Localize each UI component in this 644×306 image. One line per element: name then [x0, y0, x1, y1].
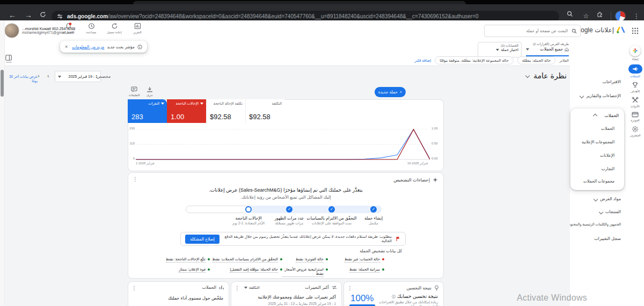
create-button[interactable]: إنشاء — [626, 45, 644, 61]
chevron-down-icon — [580, 93, 584, 98]
campaigns-submenu: الحملات الحملات المجموعات الإعلانية الإع… — [570, 108, 624, 190]
bookmark-star-icon[interactable]: ☆ — [581, 11, 591, 21]
rail-tools[interactable]: الأدوات — [626, 97, 644, 108]
card-menu-icon[interactable]: ⋮ — [235, 285, 240, 291]
page-scrollbar[interactable] — [0, 20, 5, 306]
rail-billing[interactable]: الفوترة — [626, 112, 644, 122]
site-settings-icon[interactable] — [57, 13, 63, 19]
navigation-rail: إنشاء الحملات الأهداف الأدوات — [626, 42, 644, 306]
chart-actions: التعليقات تنزيل — [129, 86, 153, 97]
adgroup-status-chip[interactable]: حالة المجموعة الإعلانية: مفعّلة، متوقفة … — [435, 56, 513, 64]
scorecard-clicks[interactable]: النقرات 283 — [128, 99, 167, 123]
diag-billing-status[interactable]: حالة الفوترة: نشط — [282, 257, 328, 263]
x-axis-label-end: 19 فبراير 2025 — [407, 161, 428, 165]
nav-assets[interactable]: مواد العرض — [594, 196, 621, 201]
scorecard-cost-per-conversion[interactable]: تكلفة الإحالة الناجحة $92.58 — [206, 99, 245, 123]
card-menu-icon[interactable]: ⋮ — [131, 285, 137, 291]
diag-account-status[interactable]: حالة الحساب: غير نشط — [328, 257, 384, 263]
report-button[interactable]: التقرير — [129, 23, 145, 34]
rail-admin[interactable]: المشرف — [626, 126, 644, 137]
zoom-icon[interactable] — [567, 11, 577, 21]
tools-icon — [632, 97, 639, 104]
diag-ad-strength[interactable]: قوة الإعلان: ممتاز — [159, 267, 210, 277]
diag-campaign-status[interactable]: حالة الحملة: مؤهّلة (قيد التفعيل) — [210, 267, 282, 277]
rail-campaigns[interactable]: الحملات — [626, 64, 644, 78]
diag-conversion-tracking[interactable]: تتبُّع الإحالات الناجحة: نشط — [159, 257, 210, 263]
refresh-button[interactable]: إعادة تحميل — [106, 23, 122, 34]
comments-button[interactable]: التعليقات — [129, 86, 140, 97]
date-next-arrow[interactable]: › — [47, 72, 49, 79]
lightbulb-icon — [434, 285, 439, 291]
campaign-status-chip[interactable]: حالة الحملة: مفعّلة — [517, 56, 556, 64]
add-filter-link[interactable]: إضافة فلتر — [415, 59, 431, 63]
right-axis-tick: 1.00 — [431, 127, 438, 130]
card-menu-icon[interactable]: ⋮ — [347, 285, 353, 291]
nav-recommendations[interactable]: الاقتراحات — [602, 79, 621, 84]
step-check-icon: ✓ — [286, 206, 292, 213]
page-title[interactable]: نظرة عامة — [526, 71, 567, 80]
browser-profile-avatar[interactable] — [615, 11, 626, 21]
apps-grid-icon[interactable] — [632, 27, 639, 34]
side-panel-toggle[interactable] — [5, 55, 12, 63]
accounts-dropdown[interactable]: الحسابات (2) اختيار حملة — [478, 42, 522, 57]
card-menu-icon[interactable]: ⋮ — [133, 176, 138, 182]
screen: ← → ads.google.com/aw/overview?ocid=2483… — [0, 0, 644, 306]
performance-chart-card: ⋮ النقرات 283 الإحالات الناجحة 1.00 تكلف… — [128, 99, 444, 171]
timeseries-svg — [136, 129, 430, 160]
tooltip-close-icon[interactable]: × — [65, 44, 68, 49]
forward-icon[interactable]: → — [25, 11, 32, 19]
date-prev-arrow[interactable]: ‹ — [38, 72, 40, 79]
extensions-icon[interactable] — [597, 11, 608, 21]
step-check-icon: ✓ — [328, 206, 335, 213]
global-search[interactable] — [484, 25, 581, 37]
optimization-score-value: 100% — [350, 293, 374, 304]
notifications-button[interactable]: الإشعارات — [60, 23, 76, 34]
changes-metric-dropdown[interactable]: التكلفة — [244, 286, 260, 290]
scrollbar-thumb[interactable] — [1, 70, 4, 97]
rail-goals[interactable]: الأهداف — [626, 82, 644, 93]
left-axis-tick: 230 — [129, 127, 135, 130]
scorecard-cost[interactable]: التكلفة $92.58 — [245, 99, 284, 123]
diag-campaign-budget[interactable]: ميزانية الحملة: نشط — [328, 267, 384, 277]
back-icon[interactable]: ← — [9, 11, 16, 19]
info-icon — [137, 45, 142, 49]
submenu-ads[interactable]: الإعلانات — [600, 153, 614, 158]
last-30-days-link[interactable]: عرض بيانات آخر 30 يومًا — [5, 75, 38, 83]
sparkle-icon — [433, 177, 438, 183]
view-mode-dropdown[interactable]: طريقة العرض (القرارات 2) جميع الحملات — [526, 42, 569, 56]
info-icon — [392, 295, 396, 298]
optimization-heading: نتيجة تحسين حسابك — [392, 294, 438, 299]
reload-icon[interactable] — [40, 11, 46, 18]
download-button[interactable]: تنزيل — [147, 86, 153, 97]
search-input[interactable] — [488, 28, 569, 34]
browser-menu-icon[interactable]: ⋮ — [631, 11, 642, 21]
tooltip-more-link[interactable]: مزيد من المعلومات — [72, 45, 104, 49]
fix-issue-button[interactable]: إصلاح المشكلة — [185, 235, 219, 244]
help-button[interactable]: مساعدة — [83, 23, 99, 34]
scorecard-conversions[interactable]: الإحالات الناجحة 1.00 — [167, 99, 206, 123]
nav-insights-reports[interactable]: الإحصاءات والتقارير — [580, 93, 621, 98]
submenu-campaigns-header[interactable]: الحملات — [594, 113, 619, 118]
submenu-campaign-groups[interactable]: مجموعات الحملات — [583, 179, 614, 184]
optimization-score-card: نتيجة التحسين ⋮ نتيجة تحسين حسابك زيادة … — [343, 281, 444, 306]
new-campaign-button[interactable]: +حملة جديدة — [375, 87, 406, 97]
submenu-ad-groups[interactable]: المجموعات الإعلانية — [582, 140, 614, 144]
submenu-campaigns[interactable]: الحملات — [601, 126, 614, 131]
changes-heading: أكبر تغييرات على حملتك ومجموعتك الإعلاني… — [258, 295, 336, 300]
date-range-picker[interactable]: 1 - 19 فبراير 2025 — [55, 71, 101, 82]
chevron-up-icon — [593, 113, 597, 118]
diagnostics-grid: حالة الحساب: غير نشط حالة الفوترة: نشط ا… — [159, 257, 384, 277]
submenu-experiments[interactable]: التجارب — [602, 166, 614, 171]
nav-audiences-keywords[interactable]: الجمهور والكلمات الرئيسية والمحتوى — [562, 222, 621, 227]
accounts-top: الحسابات (2) — [481, 43, 518, 47]
diag-policy-review[interactable]: التحقّق من الالتزام بسياسات الحملات: نشط — [210, 257, 282, 263]
chevron-down-icon — [599, 209, 603, 214]
browser-tabstrip — [0, 0, 644, 4]
nav-products[interactable]: المنتجات — [599, 209, 621, 214]
diag-bid-strategy[interactable]: استراتيجية عروض الأسعار: نشط — [282, 267, 328, 277]
bar-chart-icon — [219, 285, 224, 290]
right-axis-tick: 0.00 — [431, 157, 438, 160]
nav-change-history[interactable]: سجل التغييرات — [594, 236, 621, 241]
biggest-changes-card: أكبر التغييرات التكلفة ⋮ أكبر تغييرات عل… — [231, 281, 342, 306]
x-axis-label-start: 1 فبراير 2025 — [136, 161, 155, 165]
